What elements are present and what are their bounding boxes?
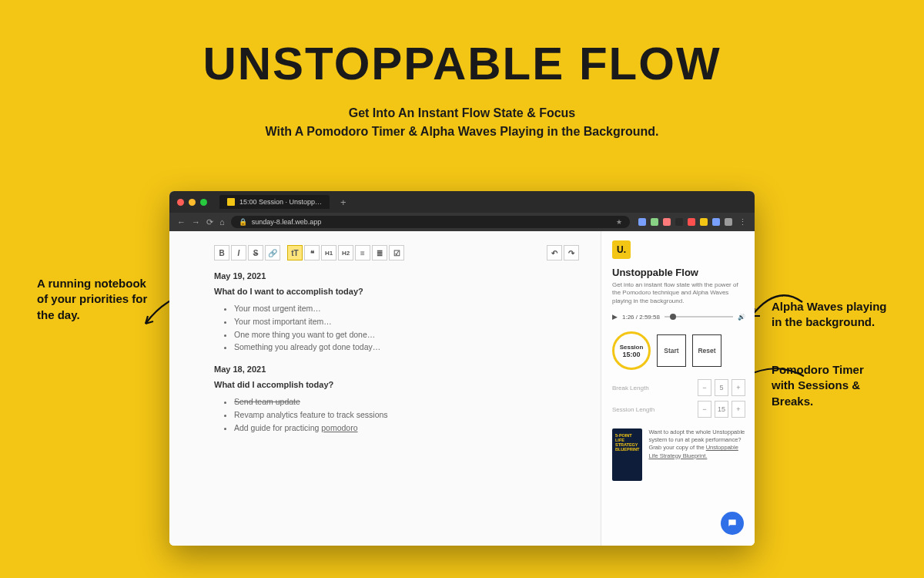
traffic-max-icon[interactable] bbox=[200, 199, 207, 206]
list-item[interactable]: Something you already got done today… bbox=[234, 341, 579, 354]
bold-button[interactable]: B bbox=[214, 245, 229, 260]
h1-button[interactable]: H1 bbox=[321, 245, 336, 260]
list-item[interactable]: Your most urgent item… bbox=[234, 302, 579, 315]
player-time: 1:26 / 2:59:58 bbox=[622, 314, 660, 321]
new-tab-button[interactable]: + bbox=[340, 197, 346, 208]
session-time: 15:00 bbox=[622, 351, 640, 358]
list-item[interactable]: One more thing you want to get done… bbox=[234, 328, 579, 341]
notebook-pane: B I S 🔗 tT ❝ H1 H2 ≡ ≣ ☑ ↶ ↷ bbox=[169, 231, 601, 546]
tab-title: 15:00 Session · Unstopp… bbox=[239, 198, 322, 206]
sidebar-title: Unstoppable Flow bbox=[612, 267, 745, 278]
browser-window: 15:00 Session · Unstopp… + ← → ⟳ ⌂ 🔒 sun… bbox=[169, 191, 755, 546]
nav-reload-icon[interactable]: ⟳ bbox=[206, 217, 213, 227]
traffic-min-icon[interactable] bbox=[189, 199, 196, 206]
hero-sub-line2: With A Pomodoro Timer & Alpha Waves Play… bbox=[0, 123, 924, 141]
session-value: 15 bbox=[715, 401, 728, 418]
tab-favicon-icon bbox=[227, 198, 235, 206]
extension-icon[interactable] bbox=[688, 218, 695, 226]
session-length-label: Session Length bbox=[612, 406, 654, 413]
extension-icon[interactable] bbox=[663, 218, 671, 226]
start-button[interactable]: Start bbox=[657, 334, 686, 367]
sidebar-pane: U. Unstoppable Flow Get into an instant … bbox=[601, 231, 755, 546]
nav-fwd-icon[interactable]: → bbox=[192, 217, 200, 227]
entry-date: May 19, 2021 bbox=[214, 271, 579, 281]
book-line2: LIFE STRATEGY bbox=[615, 438, 639, 447]
list-item[interactable]: Send team update bbox=[234, 395, 579, 408]
extension-icon[interactable] bbox=[675, 218, 683, 226]
extension-strip bbox=[636, 218, 732, 226]
promo-text: Want to adopt the whole Unstoppable syst… bbox=[648, 428, 745, 481]
play-button[interactable]: ▶ bbox=[612, 313, 618, 321]
entry-question: What do I want to accomplish today? bbox=[214, 287, 579, 296]
undo-button[interactable]: ↶ bbox=[547, 245, 562, 260]
h2-button[interactable]: H2 bbox=[338, 245, 353, 260]
extension-icon[interactable] bbox=[700, 218, 708, 226]
star-icon[interactable]: ★ bbox=[616, 218, 622, 226]
session-minus-button[interactable]: − bbox=[698, 401, 711, 418]
promo-block: 5-POINT LIFE STRATEGY BLUEPRINT Want to … bbox=[612, 428, 745, 481]
ul-button[interactable]: ≡ bbox=[355, 245, 370, 260]
italic-button[interactable]: I bbox=[231, 245, 246, 260]
url-input[interactable]: 🔒 sunday-8.leaf.web.app ★ bbox=[231, 216, 630, 228]
break-value: 5 bbox=[715, 379, 728, 396]
volume-icon[interactable]: 🔊 bbox=[738, 314, 745, 321]
entry-date: May 18, 2021 bbox=[214, 365, 579, 374]
strike-button[interactable]: S bbox=[248, 245, 263, 260]
player-slider[interactable] bbox=[665, 316, 733, 318]
break-plus-button[interactable]: + bbox=[732, 379, 745, 396]
browser-titlebar: 15:00 Session · Unstopp… + bbox=[169, 191, 755, 213]
redo-button[interactable]: ↷ bbox=[564, 245, 579, 260]
check-button[interactable]: ☑ bbox=[389, 245, 404, 260]
ol-button[interactable]: ≣ bbox=[372, 245, 387, 260]
hero-subtitle: Get Into An Instant Flow State & Focus W… bbox=[0, 104, 924, 141]
hero-sub-line1: Get Into An Instant Flow State & Focus bbox=[0, 104, 924, 123]
browser-addressbar: ← → ⟳ ⌂ 🔒 sunday-8.leaf.web.app ★ ⋮ bbox=[169, 213, 755, 231]
quote-button[interactable]: ❝ bbox=[304, 245, 320, 260]
list-item[interactable]: Your most important item… bbox=[234, 315, 579, 328]
reset-button[interactable]: Reset bbox=[692, 334, 721, 367]
extension-icon[interactable] bbox=[638, 218, 646, 226]
audio-player: ▶ 1:26 / 2:59:58 🔊 bbox=[612, 313, 745, 321]
chat-button[interactable] bbox=[721, 512, 744, 535]
book-line3: BLUEPRINT bbox=[615, 447, 639, 452]
arrow-right1-icon bbox=[747, 285, 808, 324]
notebook-entries[interactable]: May 19, 2021What do I want to accomplish… bbox=[214, 271, 579, 435]
session-circle: Session 15:00 bbox=[612, 331, 651, 370]
entry-list[interactable]: Send team updateRevamp analytics feature… bbox=[234, 395, 579, 434]
sidebar-desc: Get into an instant flow state with the … bbox=[612, 281, 745, 305]
app-logo: U. bbox=[612, 240, 631, 259]
nav-home-icon[interactable]: ⌂ bbox=[219, 217, 225, 227]
extension-icon[interactable] bbox=[725, 218, 732, 226]
nav-back-icon[interactable]: ← bbox=[177, 217, 186, 227]
list-item[interactable]: Add guide for practicing pomodoro bbox=[234, 422, 579, 435]
list-item[interactable]: Revamp analytics feature to track sessio… bbox=[234, 408, 579, 422]
url-text: sunday-8.leaf.web.app bbox=[252, 218, 322, 226]
session-plus-button[interactable]: + bbox=[732, 401, 745, 418]
timer-row: Session 15:00 Start Reset bbox=[612, 331, 745, 370]
book-cover: 5-POINT LIFE STRATEGY BLUEPRINT bbox=[612, 428, 642, 481]
break-length-label: Break Length bbox=[612, 385, 649, 391]
traffic-close-icon[interactable] bbox=[177, 199, 184, 206]
inline-link[interactable]: pomodoro bbox=[321, 423, 357, 432]
break-length-row: Break Length − 5 + bbox=[612, 379, 745, 396]
extension-icon[interactable] bbox=[651, 218, 658, 226]
hero-title: UNSTOPPABLE FLOW bbox=[0, 37, 924, 90]
extension-icon[interactable] bbox=[712, 218, 720, 226]
entry-list[interactable]: Your most urgent item…Your most importan… bbox=[234, 302, 579, 354]
break-minus-button[interactable]: − bbox=[698, 379, 711, 396]
menu-icon[interactable]: ⋮ bbox=[738, 217, 747, 227]
text-size-button[interactable]: tT bbox=[287, 245, 303, 260]
entry-question: What did I accomplish today? bbox=[214, 380, 579, 389]
session-length-row: Session Length − 15 + bbox=[612, 401, 745, 418]
browser-tab[interactable]: 15:00 Session · Unstopp… bbox=[219, 195, 330, 209]
editor-toolbar: B I S 🔗 tT ❝ H1 H2 ≡ ≣ ☑ ↶ ↷ bbox=[214, 245, 579, 260]
chat-icon bbox=[727, 518, 738, 529]
link-button[interactable]: 🔗 bbox=[265, 245, 280, 260]
session-label: Session bbox=[620, 344, 644, 351]
lock-icon: 🔒 bbox=[239, 218, 247, 226]
